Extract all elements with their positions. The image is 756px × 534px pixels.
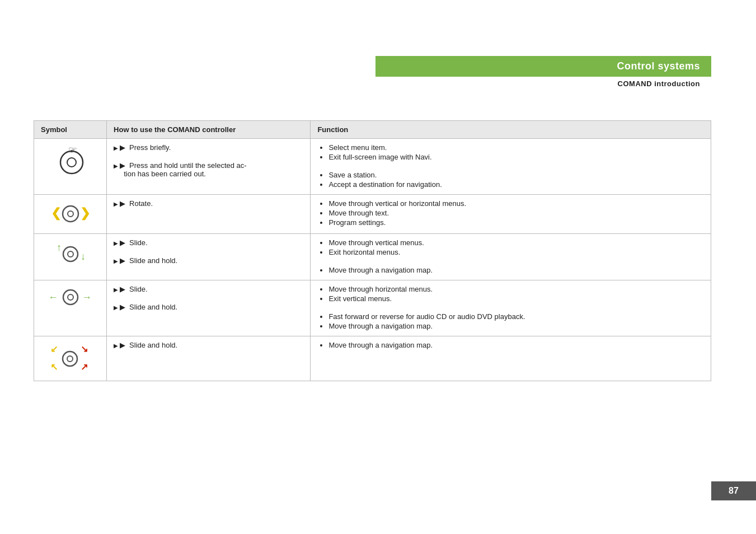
func-move-text: Move through text. [328,209,704,217]
svg-point-6 [68,211,73,217]
table-header-row: Symbol How to use the COMAND controller … [34,121,711,139]
func-accept-dest: Accept a destination for navigation. [328,180,704,189]
svg-text:❮: ❮ [51,206,61,221]
svg-point-1 [67,158,76,167]
svg-text:↑: ↑ [57,242,62,253]
diagonal-slide-icon: ↙ ↗ ↘ ↖ [49,341,91,374]
func-fast-forward: Fast forward or reverse for audio CD or … [328,312,704,321]
svg-text:←: ← [48,292,58,303]
action-press-briefly: ▶ Press briefly. [114,143,303,153]
comand-intro-title: COMAND introduction [618,79,700,88]
function-cell-press: Select menu item. Exit full-screen image… [311,139,711,195]
rotary-knob-icon: ☞ [54,143,87,177]
header-area: Control systems COMAND introduction [375,56,756,91]
svg-text:❯: ❯ [80,206,90,221]
comand-intro-bar: COMAND introduction [375,77,711,91]
svg-point-18 [67,356,73,362]
func-move-horizontal: Move through horizontal menus. [328,285,704,293]
action-cell-rotate: ▶ Rotate. [107,195,311,234]
action-cell-horizontal-slide: ▶ Slide. ▶ Slide and hold. [107,280,311,336]
svg-point-10 [68,251,73,257]
svg-text:↘: ↘ [81,344,88,354]
symbol-cell-knob: ☞ [34,139,107,195]
symbol-cell-vertical: ↑ ↓ [34,234,107,280]
table-row: ☞ ▶ Press briefly. ▶ Press and hold unti… [34,139,711,195]
svg-text:↗: ↗ [81,362,88,372]
action-cell-diagonal-slide: ▶ Slide and hold. [107,336,311,381]
symbol-cell-diagonal: ↙ ↗ ↘ ↖ [34,336,107,381]
control-systems-title: Control systems [617,60,700,72]
action-slide-v1: ▶ Slide. [114,238,303,248]
func-program-settings: Program settings. [328,218,704,227]
svg-point-9 [63,247,78,261]
func-select-menu: Select menu item. [328,143,704,152]
action-press-hold: ▶ Press and hold until the selected ac- … [114,161,303,179]
func-move-vertical: Move through vertical menus. [328,238,704,247]
main-table: Symbol How to use the COMAND controller … [34,120,711,381]
svg-point-14 [68,294,73,300]
action-rotate: ▶ Rotate. [114,199,303,209]
symbol-cell-horizontal: ← → [34,280,107,336]
function-cell-rotate: Move through vertical or horizontal menu… [311,195,711,234]
function-cell-vertical-slide: Move through vertical menus. Exit horizo… [311,234,711,280]
action-slide-h1: ▶ Slide. [114,285,303,294]
svg-point-5 [63,206,78,222]
func-move-vertical-horizontal: Move through vertical or horizontal menu… [328,199,704,208]
col-header-function: Function [311,121,711,139]
func-move-nav-map-v: Move through a navigation map. [328,266,704,274]
svg-text:☞: ☞ [68,144,77,156]
svg-text:→: → [82,292,92,303]
action-slide-hold-v1: ▶ Slide and hold. [114,256,303,266]
func-move-nav-map-h: Move through a navigation map. [328,322,704,330]
table-row: ❮ ❯ ▶ Rotate. Move through vertical or h… [34,195,711,234]
table-row: ↑ ↓ ▶ Slide. ▶ Slide and hold. Mo [34,234,711,280]
action-cell-vertical-slide: ▶ Slide. ▶ Slide and hold. [107,234,311,280]
func-exit-horizontal: Exit horizontal menus. [328,248,704,256]
func-exit-vertical: Exit vertical menus. [328,294,704,303]
func-exit-fullscreen: Exit full-screen image with Navi. [328,153,704,161]
page-number: 87 [729,486,739,495]
action-slide-hold-h1: ▶ Slide and hold. [114,303,303,312]
svg-point-13 [63,290,78,305]
table-row: ← → ▶ Slide. ▶ Slide and hold. Mo [34,280,711,336]
svg-text:↙: ↙ [50,344,58,354]
action-cell-press: ▶ Press briefly. ▶ Press and hold until … [107,139,311,195]
svg-text:↓: ↓ [81,251,86,262]
symbol-cell-rotate: ❮ ❯ [34,195,107,234]
func-save-station: Save a station. [328,171,704,179]
action-slide-hold-d1: ▶ Slide and hold. [114,341,303,350]
rotate-arrows-icon: ❮ ❯ [51,199,90,227]
vertical-slide-icon: ↑ ↓ [51,238,90,269]
page-number-box: 87 [711,481,756,500]
table-row: ↙ ↗ ↘ ↖ ▶ Slide and hold. [34,336,711,381]
function-cell-diagonal-slide: Move through a navigation map. [311,336,711,381]
main-content: Symbol How to use the COMAND controller … [34,120,711,381]
svg-point-17 [63,352,77,366]
svg-text:↖: ↖ [50,362,58,372]
col-header-how: How to use the COMAND controller [107,121,311,139]
col-header-symbol: Symbol [34,121,107,139]
function-cell-horizontal-slide: Move through horizontal menus. Exit vert… [311,280,711,336]
control-systems-bar: Control systems [375,56,711,77]
func-move-nav-map-d: Move through a navigation map. [328,341,704,349]
horizontal-slide-icon: ← → [48,285,93,310]
